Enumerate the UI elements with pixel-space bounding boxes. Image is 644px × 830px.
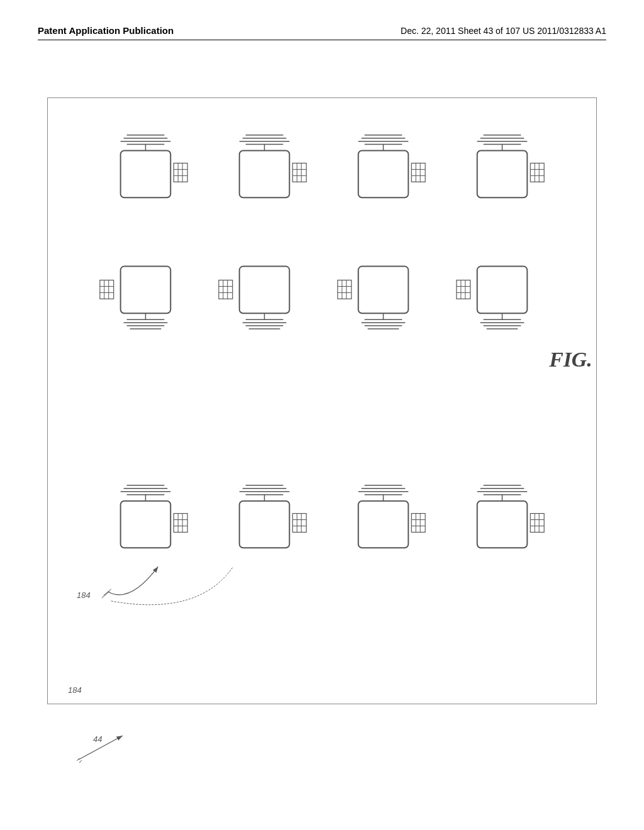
svg-rect-77 [457, 280, 470, 299]
svg-line-136 [79, 736, 123, 760]
component-r1c1 [121, 135, 187, 197]
svg-rect-49 [121, 267, 171, 314]
svg-line-138 [79, 760, 82, 763]
component-r2c2 [219, 267, 289, 329]
svg-rect-93 [121, 501, 171, 548]
svg-rect-28 [411, 163, 425, 182]
ref-184-label: 184 [68, 685, 82, 695]
svg-rect-126 [477, 501, 528, 548]
svg-rect-116 [411, 514, 425, 533]
svg-rect-60 [240, 267, 290, 314]
component-r1c3 [358, 135, 425, 197]
svg-rect-66 [338, 280, 352, 299]
svg-rect-55 [219, 280, 233, 299]
svg-rect-71 [358, 267, 409, 314]
component-r1c4 [477, 135, 544, 197]
svg-rect-39 [530, 163, 544, 182]
component-r2c1 [100, 267, 170, 329]
svg-line-133 [102, 592, 109, 598]
svg-rect-16 [240, 151, 290, 198]
figure-label-text: FIG. 60 [548, 348, 597, 371]
ref184-arrow2 [111, 567, 233, 605]
header: Patent Application Publication Dec. 22, … [38, 25, 606, 40]
publication-info: Dec. 22, 2011 Sheet 43 of 107 US 2011/03… [401, 26, 606, 36]
component-r3c1 [121, 485, 187, 548]
ref184-label: 184 [77, 590, 91, 600]
component-r2c3 [338, 267, 408, 329]
ref184-arrow [108, 567, 158, 595]
svg-rect-17 [292, 163, 306, 182]
component-r2c4 [457, 267, 527, 329]
component-r3c2 [240, 485, 306, 548]
component-r3c4 [477, 485, 544, 548]
component-r1c2 [240, 135, 306, 197]
svg-rect-38 [477, 151, 528, 198]
publication-title: Patent Application Publication [38, 25, 174, 36]
svg-rect-115 [358, 501, 409, 548]
svg-rect-6 [174, 163, 187, 182]
ref44-arrow-svg [75, 729, 151, 767]
drawing-svg: FIG. 60 [47, 97, 597, 704]
svg-rect-5 [121, 151, 171, 198]
svg-rect-82 [477, 267, 528, 314]
svg-rect-127 [530, 514, 544, 533]
svg-rect-94 [174, 514, 187, 533]
svg-rect-27 [358, 151, 409, 198]
component-r3c3 [358, 485, 425, 548]
svg-rect-104 [240, 501, 290, 548]
svg-rect-44 [100, 280, 114, 299]
page: Patent Application Publication Dec. 22, … [0, 0, 644, 830]
svg-rect-105 [292, 514, 306, 533]
